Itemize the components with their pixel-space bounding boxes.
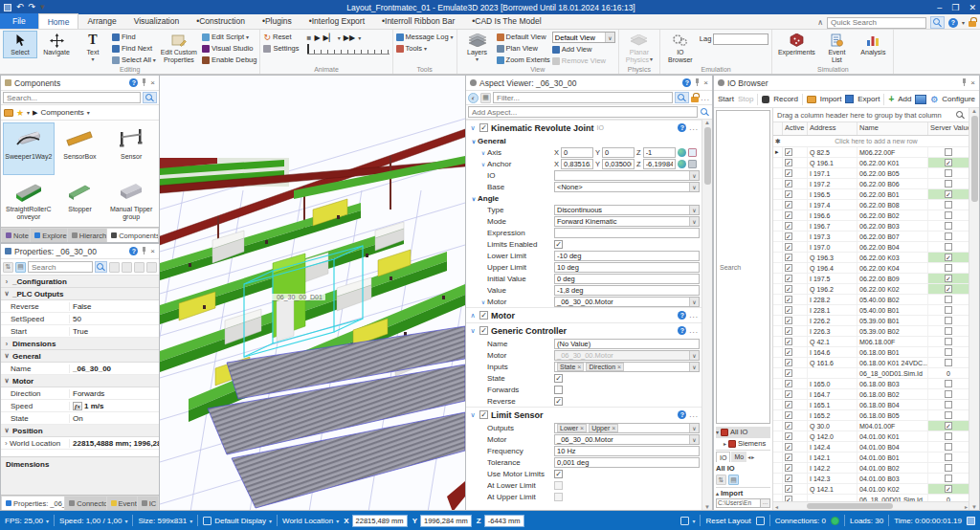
select-all-button[interactable]: Select All▾	[112, 55, 156, 65]
aspect-section-header[interactable]: ∨Kinematic Revolute JointIO?...	[466, 120, 702, 135]
table-row[interactable]: I 196.706.22.00 B03	[773, 221, 969, 232]
components-search-input[interactable]	[3, 92, 141, 103]
active-cell[interactable]	[783, 431, 808, 441]
server-value-cell[interactable]	[928, 305, 969, 315]
active-checkbox[interactable]	[785, 148, 792, 156]
table-row[interactable]: I 197.206.22.00 B06	[773, 179, 969, 189]
address-cell[interactable]: I 165.0	[808, 379, 858, 388]
server-value-checkbox[interactable]	[945, 190, 952, 198]
io-side-tab-io[interactable]: IO	[716, 452, 730, 462]
table-row[interactable]: Q 42.1M06.18.00F	[773, 337, 969, 347]
event-list-button[interactable]: EventList	[819, 31, 854, 65]
server-value-checkbox[interactable]	[945, 243, 952, 251]
name-cell[interactable]: 04.01.00 B02	[858, 463, 928, 473]
analysis-button[interactable]: Analysis	[856, 31, 890, 58]
aspect-enabled-checkbox[interactable]	[479, 311, 488, 320]
server-value-cell[interactable]	[928, 147, 969, 157]
tab-explore[interactable]: Explore	[31, 229, 67, 242]
active-cell[interactable]	[783, 347, 808, 357]
server-value-cell[interactable]	[928, 442, 969, 452]
address-cell[interactable]: I 165.2	[808, 410, 858, 420]
close-button[interactable]: ✕	[969, 3, 976, 12]
active-cell[interactable]	[783, 389, 808, 399]
ribbon-tab--interlog-export[interactable]: •Interlog Export	[301, 13, 373, 29]
link-icon[interactable]	[134, 262, 145, 273]
property-value[interactable]: 22815,4888 mm; 1996,2841	[70, 439, 159, 448]
more-options-icon[interactable]: ...	[689, 311, 699, 320]
folder-icon[interactable]	[4, 109, 13, 117]
properties-search-button[interactable]	[95, 261, 107, 273]
active-checkbox[interactable]	[785, 222, 792, 230]
server-value-checkbox[interactable]	[945, 422, 952, 430]
toggle-view-icon[interactable]	[915, 95, 926, 104]
x-input[interactable]	[561, 147, 593, 158]
io-vertical-scrollbar[interactable]: ▲▼	[969, 108, 979, 510]
tree-item-all-io[interactable]: ▾All IO	[716, 427, 770, 438]
categorize-icon[interactable]: ▤	[15, 262, 26, 273]
ribbon-tab-visualization[interactable]: Visualization	[125, 13, 189, 29]
property-row[interactable]: ReverseFalse	[1, 300, 159, 313]
active-cell[interactable]	[783, 284, 808, 294]
server-value-cell[interactable]	[928, 421, 969, 431]
property-row[interactable]: DirectionForwards	[1, 387, 159, 400]
server-value-checkbox[interactable]	[945, 348, 952, 356]
sort-icon[interactable]: ⇅	[3, 262, 13, 273]
loads-indicator[interactable]: Loads: 30	[850, 517, 883, 525]
name-cell[interactable]: 06.18.00 K01 24VDC...	[858, 358, 928, 367]
active-checkbox[interactable]	[785, 432, 792, 440]
3d-viewport[interactable]: _06_30_00_D01	[160, 75, 465, 511]
undo-icon[interactable]: ↶	[16, 3, 24, 11]
field-input[interactable]	[554, 457, 700, 468]
collapse-ribbon-icon[interactable]: ∧	[817, 18, 823, 27]
server-value-checkbox[interactable]	[945, 475, 952, 482]
layout-selector[interactable]: ▾	[680, 517, 695, 525]
active-cell[interactable]	[783, 147, 808, 157]
server-value-cell[interactable]	[928, 379, 969, 388]
tab-note[interactable]: Note	[2, 229, 30, 242]
property-row[interactable]: Speedfx1 m/s	[1, 400, 159, 412]
tab-properties-06-3[interactable]: Properties: _06_3	[2, 497, 64, 510]
active-checkbox[interactable]	[785, 338, 792, 345]
reset-layout-button[interactable]: Reset Layout	[705, 517, 750, 525]
server-value-checkbox[interactable]	[945, 432, 952, 440]
active-checkbox[interactable]	[785, 380, 792, 387]
component-item[interactable]: Stopper	[55, 175, 106, 227]
field-input[interactable]	[554, 339, 700, 349]
record-button[interactable]: Record	[773, 95, 798, 103]
edit-custom-properties-button[interactable]: Edit CustomProperties	[158, 31, 200, 65]
address-cell[interactable]: I 196.7	[808, 221, 858, 231]
box-icon[interactable]	[688, 160, 697, 168]
active-checkbox[interactable]	[785, 254, 792, 261]
pin-icon[interactable]	[961, 78, 968, 87]
tag-chip[interactable]: Lower×	[557, 424, 587, 432]
table-row[interactable]: I 197.106.22.00 B05	[773, 168, 969, 179]
tab-hierarch[interactable]: Hierarch	[68, 229, 106, 242]
address-cell[interactable]: I 226.2	[808, 316, 858, 325]
active-checkbox[interactable]	[785, 443, 792, 451]
table-row[interactable]: Q 30.0M04.01.00F	[773, 421, 969, 431]
fast-forward-icon[interactable]: ▶▶	[344, 33, 355, 42]
ribbon-tab-arrange[interactable]: Arrange	[78, 13, 124, 29]
server-value-cell[interactable]	[928, 326, 969, 336]
server-value-checkbox[interactable]	[945, 285, 952, 293]
y-input[interactable]	[602, 159, 635, 169]
record-icon[interactable]	[762, 96, 769, 103]
active-cell[interactable]	[783, 410, 808, 420]
restore-button[interactable]: ❐	[951, 3, 959, 12]
active-checkbox[interactable]	[785, 485, 792, 493]
name-cell[interactable]: 05.40.00 B02	[858, 295, 928, 304]
active-checkbox[interactable]	[785, 180, 792, 188]
table-row[interactable]: I 142.104.01.00 B01	[773, 453, 969, 463]
server-value-checkbox[interactable]	[945, 453, 952, 461]
world-location-selector[interactable]: World Location▾	[282, 517, 339, 525]
active-checkbox[interactable]	[785, 243, 792, 251]
more-options-icon[interactable]: ...	[701, 94, 710, 102]
remove-tag-icon[interactable]: ×	[617, 364, 621, 370]
fast-forward-dropdown-icon[interactable]: ▾	[358, 34, 361, 41]
select-button[interactable]: Select	[3, 31, 37, 58]
name-cell[interactable]: 06.18.00 B01	[858, 347, 928, 357]
search-icon[interactable]	[955, 110, 966, 121]
property-section-header[interactable]: ∨General	[1, 350, 159, 363]
io-horizontal-scrollbar[interactable]: ◂▸	[773, 501, 969, 510]
step-dropdown-icon[interactable]: ▾	[338, 34, 341, 41]
